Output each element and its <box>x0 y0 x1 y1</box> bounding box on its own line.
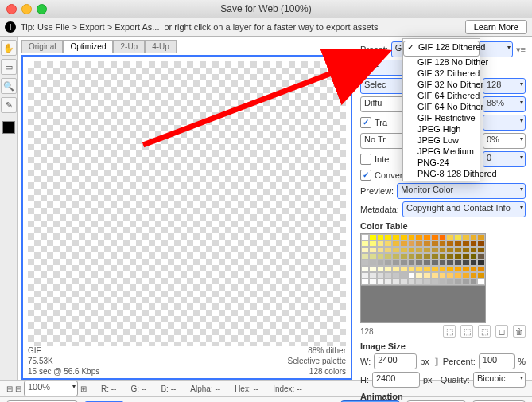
color-swatch[interactable] <box>408 240 416 247</box>
color-swatch[interactable] <box>477 234 485 240</box>
color-swatch[interactable] <box>408 234 416 240</box>
learn-more-button[interactable]: Learn More <box>465 20 527 34</box>
color-swatch[interactable] <box>400 266 408 272</box>
color-swatch[interactable] <box>423 253 431 260</box>
color-swatch[interactable] <box>439 260 447 266</box>
panel-menu-icon[interactable]: ▾≡ <box>516 45 526 55</box>
transparency-checkbox[interactable] <box>360 117 371 128</box>
color-swatch[interactable] <box>446 253 454 260</box>
preview-canvas[interactable] <box>28 61 346 346</box>
color-swatch[interactable] <box>377 234 385 240</box>
color-swatch[interactable] <box>446 234 454 240</box>
color-swatch[interactable] <box>470 272 478 279</box>
color-swatch[interactable] <box>361 240 369 247</box>
color-swatch[interactable] <box>470 266 478 272</box>
preview-select[interactable]: Monitor Color▾ <box>397 183 526 199</box>
preset-dropdown[interactable]: GIF 128 DitheredGIF 128 No DitherGIF 32 … <box>402 38 480 181</box>
color-swatch[interactable] <box>470 240 478 247</box>
color-swatch[interactable] <box>392 234 400 240</box>
minimize-icon[interactable] <box>21 4 32 14</box>
color-swatch[interactable] <box>361 272 369 279</box>
color-swatch[interactable] <box>431 253 439 260</box>
color-swatch[interactable] <box>415 234 423 240</box>
tab-4up[interactable]: 4-Up <box>145 40 177 53</box>
color-swatch[interactable] <box>400 240 408 247</box>
color-swatch[interactable] <box>470 247 478 253</box>
color-swatch[interactable] <box>384 266 392 272</box>
color-swatch[interactable] <box>369 253 377 260</box>
color-swatch[interactable] <box>470 279 478 285</box>
color-swatch[interactable] <box>377 260 385 266</box>
zoom-tool-icon[interactable]: 🔍 <box>1 78 17 94</box>
color-swatch[interactable] <box>454 279 462 285</box>
colors-input[interactable]: 128▾ <box>483 78 526 94</box>
color-swatch[interactable] <box>415 272 423 279</box>
preset-option[interactable]: GIF 128 No Dither <box>403 57 480 68</box>
color-swatch[interactable] <box>377 253 385 260</box>
color-swatch[interactable] <box>400 272 408 279</box>
ct-delete-icon[interactable]: 🗑 <box>513 325 526 338</box>
color-swatch[interactable] <box>369 279 377 285</box>
color-swatch[interactable] <box>392 240 400 247</box>
color-swatch[interactable] <box>439 266 447 272</box>
preset-option[interactable]: PNG-24 <box>403 157 480 168</box>
color-swatch[interactable] <box>423 247 431 253</box>
color-swatch[interactable] <box>477 272 485 279</box>
color-swatch[interactable] <box>423 279 431 285</box>
color-swatch[interactable] <box>423 266 431 272</box>
hand-tool-icon[interactable]: ✋ <box>1 40 17 56</box>
color-swatch[interactable] <box>431 260 439 266</box>
tab-original[interactable]: Original <box>21 40 63 53</box>
color-swatch[interactable] <box>423 260 431 266</box>
color-swatch[interactable] <box>377 247 385 253</box>
color-swatch[interactable] <box>384 247 392 253</box>
color-swatch[interactable] <box>462 253 470 260</box>
color-swatch[interactable] <box>361 266 369 272</box>
color-swatch[interactable] <box>446 272 454 279</box>
color-swatch[interactable] <box>439 279 447 285</box>
color-swatch[interactable] <box>400 253 408 260</box>
color-swatch[interactable] <box>477 266 485 272</box>
interlaced-checkbox[interactable] <box>360 154 371 165</box>
color-swatch[interactable] <box>454 253 462 260</box>
color-swatch[interactable] <box>477 247 485 253</box>
color-swatch[interactable] <box>377 240 385 247</box>
color-swatch[interactable] <box>377 266 385 272</box>
color-swatch[interactable] <box>477 240 485 247</box>
color-swatch[interactable] <box>454 272 462 279</box>
color-swatch[interactable] <box>369 247 377 253</box>
color-swatch[interactable] <box>408 260 416 266</box>
color-swatch[interactable] <box>477 279 485 285</box>
color-swatch[interactable] <box>431 240 439 247</box>
color-table-grid[interactable] <box>360 233 486 286</box>
color-swatch[interactable] <box>384 240 392 247</box>
color-swatch[interactable] <box>384 279 392 285</box>
color-swatch[interactable] <box>361 279 369 285</box>
color-swatch[interactable] <box>361 234 369 240</box>
color-swatch[interactable] <box>431 247 439 253</box>
preset-option[interactable]: JPEG Low <box>403 135 480 146</box>
color-swatch[interactable] <box>415 279 423 285</box>
color-swatch[interactable] <box>462 266 470 272</box>
color-swatch[interactable] <box>408 253 416 260</box>
preset-option[interactable]: GIF 64 Dithered <box>403 90 480 101</box>
color-swatch[interactable] <box>408 272 416 279</box>
color-swatch[interactable] <box>392 253 400 260</box>
color-swatch[interactable] <box>415 260 423 266</box>
ct-new-icon[interactable]: ◻ <box>495 325 508 338</box>
color-swatch[interactable] <box>462 279 470 285</box>
height-input[interactable]: 2400 <box>372 372 420 388</box>
color-swatch[interactable] <box>470 253 478 260</box>
color-swatch[interactable] <box>384 272 392 279</box>
color-swatch[interactable] <box>408 279 416 285</box>
matte-select[interactable]: ▾ <box>483 115 526 131</box>
color-swatch[interactable] <box>423 240 431 247</box>
color-swatch[interactable] <box>361 260 369 266</box>
color-swatch[interactable] <box>423 234 431 240</box>
preset-option[interactable]: GIF 32 No Dither <box>403 79 480 90</box>
color-swatch[interactable] <box>446 240 454 247</box>
width-input[interactable]: 2400 <box>374 353 417 369</box>
tab-2up[interactable]: 2-Up <box>113 40 145 53</box>
color-swatch[interactable] <box>446 247 454 253</box>
color-swatch[interactable] <box>392 279 400 285</box>
